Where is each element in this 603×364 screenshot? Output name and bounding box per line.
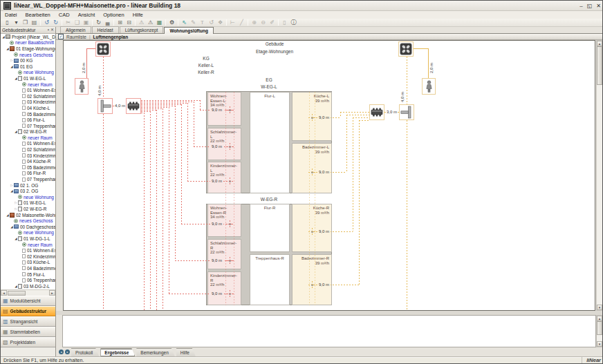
- tree-item-02-schlafzimmer-l[interactable]: 02 Schlafzimmer-L: [1, 93, 55, 99]
- menu-item-ansicht[interactable]: Ansicht: [74, 11, 100, 19]
- tree-item-03-k-che-l[interactable]: 03 Küche-L: [1, 260, 55, 266]
- canvas-vertical-scrollbar[interactable]: ▲ ▼: [596, 40, 603, 311]
- tree-item-02-schlafzimmer-r[interactable]: 02 Schlafzimmer-R: [1, 146, 55, 153]
- tree-item-05-badezimmer-l[interactable]: 05 Badezimmer-L: [1, 111, 55, 117]
- room-kinderzimmer-l[interactable]: Kinderzimmer-L22 m³/h: [207, 162, 241, 193]
- report-table-icon[interactable]: ▦: [155, 19, 164, 26]
- air-valve-icon[interactable]: [226, 178, 234, 185]
- tree-item-07-treppenhaus-l[interactable]: 07 Treppenhaus-L: [1, 123, 55, 129]
- manifold-distributor-icon[interactable]: [369, 104, 384, 120]
- fan-unit-icon[interactable]: [95, 41, 111, 57]
- tree-item-projekt-linear-wl-doppel-mfh-maisonette[interactable]: ◢Projekt (liNear_WL_Doppel-MFH+Maisonett…: [1, 34, 55, 40]
- close-button[interactable]: ✕: [596, 2, 601, 10]
- output-tab-ergebnisse[interactable]: Ergebnisse: [100, 348, 135, 356]
- open-file-icon[interactable]: ❐: [21, 19, 30, 26]
- tee-junction-icon[interactable]: [399, 104, 414, 120]
- nav-prev-icon[interactable]: ◂: [59, 349, 64, 354]
- tab-l-ftungskonzept[interactable]: Lüftungskonzept: [120, 26, 164, 33]
- module-button-modul-bersicht[interactable]: ▦Modulübersicht: [1, 296, 55, 306]
- undo-icon[interactable]: ↺: [42, 19, 51, 26]
- tree-item-neuer-raum[interactable]: neuer Raum: [1, 242, 55, 248]
- cascade-windows-icon[interactable]: ⊟: [124, 19, 133, 26]
- tree-item-01-w-dg-1-l[interactable]: ◢01 W-DG-1-L: [1, 236, 55, 242]
- air-valve-icon[interactable]: [226, 220, 234, 228]
- output-tab-protokoll[interactable]: Protokoll: [71, 348, 99, 356]
- view-raumliste[interactable]: Raumliste: [66, 35, 86, 39]
- pick-point-icon[interactable]: ✐: [268, 19, 277, 26]
- tree-item-02-kinderzimmer-l[interactable]: 02 Kinderzimmer-L: [1, 253, 55, 260]
- air-valve-icon[interactable]: [308, 228, 316, 236]
- air-valve-icon[interactable]: [226, 257, 234, 265]
- draw-pencil-icon[interactable]: ✎: [189, 19, 198, 26]
- tee-junction-icon[interactable]: [98, 98, 113, 114]
- scroll-thumb[interactable]: [597, 321, 602, 335]
- air-valve-icon[interactable]: [308, 114, 316, 122]
- group-tool-icon[interactable]: ❖: [216, 19, 225, 26]
- tree-item-neues-geschoss[interactable]: neues Geschoss: [1, 218, 55, 224]
- measure-tool-icon[interactable]: ⊢: [228, 19, 237, 26]
- text-tool-icon[interactable]: T: [198, 19, 207, 26]
- scroll-right-icon[interactable]: ►: [49, 290, 55, 296]
- tree-item-01-etage-wohnungen[interactable]: ◢01 Etage-Wohnungen: [1, 46, 55, 52]
- tree-item-01-w-eg-l[interactable]: ◢01 W-EG-L: [1, 75, 55, 82]
- print-icon[interactable]: ▄: [103, 19, 112, 26]
- panel-close-icon[interactable]: ✕: [50, 27, 54, 33]
- occupant-icon[interactable]: [75, 78, 89, 95]
- tree-item-04-k-che-r[interactable]: 04 Küche-R: [1, 158, 55, 164]
- zoom-in-icon[interactable]: ⊕: [250, 19, 259, 26]
- paste-icon[interactable]: ▣: [82, 19, 91, 26]
- results-vertical-scrollbar[interactable]: ▲ ▼: [596, 315, 603, 347]
- module-button-stammtabellen[interactable]: ▦Stammtabellen: [1, 327, 55, 337]
- air-valve-icon[interactable]: [226, 290, 234, 298]
- tree-item-04-badezimmer-l[interactable]: 04 Badezimmer-L: [1, 265, 55, 271]
- tree-item-00-kg[interactable]: ▷00 KG: [1, 57, 55, 64]
- tree-item-01-wohnen-essen-l[interactable]: 01 Wohnen-Essen-L: [1, 247, 55, 253]
- nav-next-icon[interactable]: ▸: [65, 349, 70, 354]
- tab-wohnungsl-ftung[interactable]: Wohnungslüftung: [164, 27, 213, 34]
- room-treppenhaus-r[interactable]: Treppenhaus-R: [250, 254, 290, 305]
- refresh-model-icon[interactable]: ↻: [94, 19, 103, 26]
- tree-item-01-eg[interactable]: ◢01 EG: [1, 64, 55, 70]
- restore-button[interactable]: ◱: [587, 2, 593, 10]
- tree-item-06-treppenhaus-l[interactable]: 06 Treppenhaus-L: [1, 277, 55, 283]
- tree-item-neuer-raum[interactable]: neuer Raum: [1, 135, 55, 141]
- tree-item-01-w-eg-l[interactable]: ▷01 W-EG-L: [1, 200, 55, 207]
- tree-item-03-m-dg-2-l[interactable]: ◢03 M-DG-2-L: [1, 283, 55, 289]
- room-wohnen-essen-r[interactable]: Wohnen-Essen-R34 m³/h: [207, 204, 241, 237]
- room-flur-l[interactable]: Flur-L: [250, 92, 290, 193]
- scroll-up-icon[interactable]: ▲: [597, 41, 602, 46]
- scroll-up-icon[interactable]: ▲: [597, 316, 602, 321]
- output-tab-bemerkungen[interactable]: Bemerkungen: [136, 348, 174, 356]
- zoom-out-icon[interactable]: ⊖: [259, 19, 268, 26]
- tree-item-04-k-che-l[interactable]: 04 Küche-L: [1, 105, 55, 111]
- menu-item-optionen[interactable]: Optionen: [99, 11, 128, 19]
- menu-item-hilfe[interactable]: Hilfe: [129, 11, 147, 19]
- fan-unit-icon[interactable]: [398, 41, 414, 57]
- menu-item-bearbeiten[interactable]: Bearbeiten: [21, 11, 55, 19]
- select-cursor-icon[interactable]: ⇖: [180, 19, 189, 26]
- tree-item-03-2-og[interactable]: ◢03 2. OG: [1, 188, 55, 194]
- settings-gear-icon[interactable]: ⚙: [167, 19, 176, 26]
- air-valve-icon[interactable]: [308, 281, 316, 289]
- scroll-down-icon[interactable]: ▼: [597, 341, 602, 347]
- tree-item-neues-geschoss[interactable]: neues Geschoss: [1, 52, 55, 58]
- warnings-filled-icon[interactable]: ⚠: [146, 19, 155, 26]
- diagonal-line-tool-icon[interactable]: ╱: [237, 19, 246, 26]
- room-kinderzimmer-r[interactable]: Kinderzimmer-R22 m³/h: [207, 271, 241, 305]
- air-valve-icon[interactable]: [226, 106, 234, 114]
- redo-icon[interactable]: ↻: [51, 19, 60, 26]
- checkbox-icon[interactable]: ✓: [58, 34, 64, 39]
- tree-item-02-maisonette-wohnung[interactable]: ◢02 Maisonette-Wohnung: [1, 212, 55, 218]
- module-button-strangansicht[interactable]: ▥Strangansicht: [1, 316, 55, 327]
- scroll-down-icon[interactable]: ▼: [597, 305, 602, 310]
- copy-icon[interactable]: ❑: [73, 19, 82, 26]
- menu-item-cad[interactable]: CAD: [55, 11, 74, 19]
- pin-icon[interactable]: ▪: [48, 27, 49, 33]
- tree-item-07-treppenhaus-r[interactable]: 07 Treppenhaus-R: [1, 176, 55, 182]
- new-document-dropdown-icon[interactable]: ▾: [12, 19, 21, 26]
- room-flur-r[interactable]: Flur-R: [250, 204, 290, 252]
- tree-item-neue-wohnung[interactable]: neue Wohnung: [1, 70, 55, 76]
- tab-heizlast[interactable]: Heizlast: [92, 26, 119, 33]
- warnings-outline-icon[interactable]: ⚠: [137, 19, 146, 26]
- tree-item-01-wohnen-essen-r[interactable]: 01 Wohnen-Essen-R: [1, 141, 55, 147]
